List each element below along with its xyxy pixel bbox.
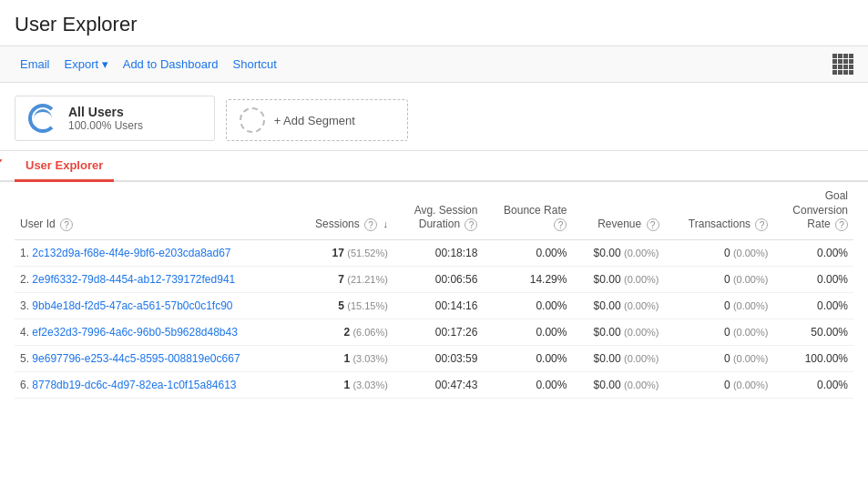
cell-revenue: $0.00 (0.00%) — [572, 292, 664, 319]
col-header-revenue: Revenue ? — [572, 182, 664, 239]
cell-user-id: 3. 9bb4e18d-f2d5-47ac-a561-57b0c0c1fc90 — [15, 292, 292, 319]
cell-goal-conversion: 100.00% — [773, 345, 853, 371]
cell-sessions: 17 (51.52%) — [292, 239, 393, 266]
table-row: 4. ef2e32d3-7996-4a6c-96b0-5b9628d48b43 … — [15, 319, 853, 345]
segment-sub: 100.00% Users — [68, 119, 143, 132]
cell-goal-conversion: 0.00% — [773, 292, 853, 319]
cell-revenue: $0.00 (0.00%) — [572, 239, 664, 266]
add-segment-label: + Add Segment — [274, 114, 355, 127]
cell-revenue: $0.00 (0.00%) — [572, 319, 664, 345]
cell-revenue: $0.00 (0.00%) — [572, 345, 664, 371]
user-id-link[interactable]: 2e9f6332-79d8-4454-ab12-739172fed941 — [32, 273, 235, 286]
cell-goal-conversion: 0.00% — [773, 266, 853, 292]
cell-transactions: 0 (0.00%) — [665, 239, 774, 266]
user-id-link[interactable]: 2c132d9a-f68e-4f4e-9bf6-e203cda8ad67 — [32, 247, 230, 259]
cell-bounce-rate: 0.00% — [483, 371, 572, 398]
table-wrapper: User Id ? Sessions ? ↓ Avg. SessionDurat… — [0, 182, 868, 399]
table-row: 2. 2e9f6332-79d8-4454-ab12-739172fed941 … — [15, 266, 853, 292]
table-row: 5. 9e697796-e253-44c5-8595-008819e0c667 … — [15, 345, 853, 371]
cell-goal-conversion: 50.00% — [773, 319, 853, 345]
cell-sessions: 1 (3.03%) — [292, 345, 393, 371]
tabs-area: User Explorer — [0, 151, 868, 182]
cell-goal-conversion: 0.00% — [773, 239, 853, 266]
export-button[interactable]: Export ▾ — [59, 56, 114, 73]
segment-name: All Users — [68, 105, 143, 119]
col-header-goal-conversion: GoalConversionRate ? — [773, 182, 853, 239]
sessions-help-icon[interactable]: ? — [364, 218, 377, 231]
sessions-sort-icon[interactable]: ↓ — [383, 218, 388, 230]
table-row: 6. 8778db19-dc6c-4d97-82ea-1c0f15a84613 … — [15, 371, 853, 398]
cell-sessions: 7 (21.21%) — [292, 266, 393, 292]
grid-view-icon[interactable] — [832, 54, 853, 75]
user-id-link[interactable]: 8778db19-dc6c-4d97-82ea-1c0f15a84613 — [32, 379, 236, 391]
data-table: User Id ? Sessions ? ↓ Avg. SessionDurat… — [15, 182, 853, 399]
cell-bounce-rate: 0.00% — [483, 239, 572, 266]
page-title: User Explorer — [0, 0, 868, 46]
goal-conversion-help-icon[interactable]: ? — [835, 218, 848, 231]
cell-transactions: 0 (0.00%) — [665, 292, 774, 319]
cell-sessions: 2 (6.06%) — [292, 319, 393, 345]
cell-transactions: 0 (0.00%) — [665, 266, 774, 292]
segment-all-users[interactable]: All Users 100.00% Users — [15, 96, 215, 141]
cell-transactions: 0 (0.00%) — [665, 371, 774, 398]
cell-goal-conversion: 0.00% — [773, 371, 853, 398]
cell-avg-session: 00:14:16 — [393, 292, 484, 319]
cell-transactions: 0 (0.00%) — [665, 345, 774, 371]
table-row: 1. 2c132d9a-f68e-4f4e-9bf6-e203cda8ad67 … — [15, 239, 853, 266]
svg-marker-1 — [0, 157, 3, 164]
user-id-link[interactable]: 9e697796-e253-44c5-8595-008819e0c667 — [32, 352, 240, 365]
user-id-help-icon[interactable]: ? — [60, 218, 73, 231]
col-header-bounce-rate: Bounce Rate? — [483, 182, 572, 239]
email-button[interactable]: Email — [15, 56, 56, 73]
col-header-sessions: Sessions ? ↓ — [292, 182, 393, 239]
col-header-transactions: Transactions ? — [665, 182, 774, 239]
cell-user-id: 5. 9e697796-e253-44c5-8595-008819e0c667 — [15, 345, 292, 371]
cell-bounce-rate: 0.00% — [483, 345, 572, 371]
cell-revenue: $0.00 (0.00%) — [572, 266, 664, 292]
tab-user-explorer[interactable]: User Explorer — [15, 151, 114, 182]
avg-session-help-icon[interactable]: ? — [465, 218, 477, 231]
cell-avg-session: 00:18:18 — [393, 239, 484, 266]
cell-sessions: 5 (15.15%) — [292, 292, 393, 319]
cell-user-id: 6. 8778db19-dc6c-4d97-82ea-1c0f15a84613 — [15, 371, 292, 398]
export-dropdown-icon: ▾ — [102, 57, 108, 71]
table-row: 3. 9bb4e18d-f2d5-47ac-a561-57b0c0c1fc90 … — [15, 292, 853, 319]
shortcut-button[interactable]: Shortcut — [228, 56, 282, 73]
cell-sessions: 1 (3.03%) — [292, 371, 393, 398]
cell-bounce-rate: 0.00% — [483, 292, 572, 319]
col-header-user-id: User Id ? — [15, 182, 292, 239]
cell-bounce-rate: 0.00% — [483, 319, 572, 345]
user-id-link[interactable]: 9bb4e18d-f2d5-47ac-a561-57b0c0c1fc90 — [32, 299, 232, 312]
add-segment-button[interactable]: + Add Segment — [226, 99, 408, 141]
cell-user-id: 4. ef2e32d3-7996-4a6c-96b0-5b9628d48b43 — [15, 319, 292, 345]
segment-icon — [28, 104, 57, 133]
segments-area: All Users 100.00% Users + Add Segment — [0, 83, 868, 151]
cell-transactions: 0 (0.00%) — [665, 319, 774, 345]
revenue-help-icon[interactable]: ? — [647, 218, 659, 231]
col-header-avg-session: Avg. SessionDuration ? — [393, 182, 484, 239]
cell-revenue: $0.00 (0.00%) — [572, 371, 664, 398]
transactions-help-icon[interactable]: ? — [755, 218, 768, 231]
cell-avg-session: 00:47:43 — [393, 371, 484, 398]
add-dashboard-button[interactable]: Add to Dashboard — [117, 56, 224, 73]
add-segment-circle-icon — [240, 107, 265, 133]
cell-user-id: 1. 2c132d9a-f68e-4f4e-9bf6-e203cda8ad67 — [15, 239, 292, 266]
cell-bounce-rate: 14.29% — [483, 266, 572, 292]
cell-avg-session: 00:03:59 — [393, 345, 484, 371]
toolbar: Email Export ▾ Add to Dashboard Shortcut — [0, 46, 868, 83]
bounce-rate-help-icon[interactable]: ? — [554, 218, 567, 231]
cell-avg-session: 00:17:26 — [393, 319, 484, 345]
user-id-link[interactable]: ef2e32d3-7996-4a6c-96b0-5b9628d48b43 — [32, 326, 238, 339]
cell-user-id: 2. 2e9f6332-79d8-4454-ab12-739172fed941 — [15, 266, 292, 292]
cell-avg-session: 00:06:56 — [393, 266, 484, 292]
